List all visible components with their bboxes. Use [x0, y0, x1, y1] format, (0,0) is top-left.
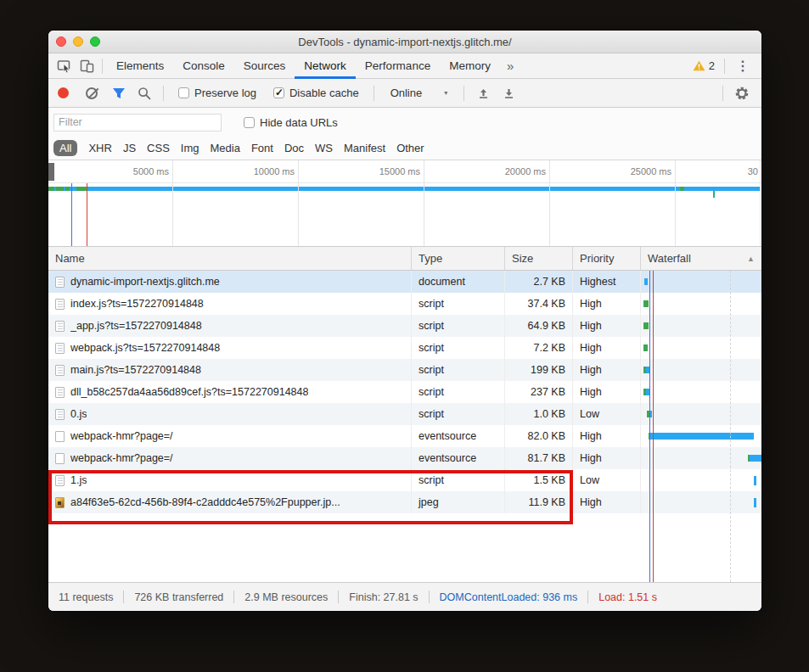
request-size-cell: 2.7 KB — [505, 271, 573, 293]
request-size-cell: 7.2 KB — [505, 337, 573, 359]
throttling-dropdown[interactable]: Online ▾ — [390, 87, 448, 99]
request-size-cell: 64.9 KB — [505, 315, 573, 337]
tab-performance[interactable]: Performance — [356, 53, 440, 79]
hide-data-urls-checkbox[interactable]: ✓ — [244, 117, 255, 128]
tab-console[interactable]: Console — [173, 53, 234, 79]
script-file-icon — [55, 475, 65, 486]
filter-funnel-icon[interactable] — [108, 82, 130, 104]
export-har-icon[interactable] — [497, 82, 520, 104]
more-tabs-icon[interactable]: » — [500, 59, 520, 73]
request-priority-cell: High — [573, 491, 641, 513]
table-row[interactable]: _app.js?ts=1572270914848 script 64.9 KB … — [48, 315, 761, 337]
divider — [163, 86, 164, 101]
request-name-cell: dll_b58c257da4aa56d89cef.js?ts=157227091… — [48, 381, 412, 403]
divider — [374, 86, 374, 101]
divider — [463, 86, 464, 101]
request-priority-cell: High — [573, 293, 641, 315]
table-row[interactable]: main.js?ts=1572270914848 script 199 KB H… — [48, 359, 761, 381]
request-type-cell: eventsource — [412, 425, 505, 447]
table-row[interactable]: webpack-hmr?page=/ eventsource 81.7 KB H… — [48, 447, 761, 469]
chip-js[interactable]: JS — [123, 142, 136, 154]
document-file-icon — [55, 277, 65, 288]
request-size-cell: 1.0 KB — [505, 403, 573, 425]
request-waterfall-cell — [641, 359, 761, 381]
column-header-size[interactable]: Size — [505, 247, 573, 270]
table-row[interactable]: a84f63e5-62cd-456b-89f4-c2adddc4e575%2Fp… — [48, 491, 761, 513]
chip-other[interactable]: Other — [396, 142, 424, 154]
request-waterfall-cell — [641, 315, 761, 337]
chip-manifest[interactable]: Manifest — [344, 142, 385, 154]
request-waterfall-cell — [641, 403, 761, 425]
table-row[interactable]: index.js?ts=1572270914848 script 37.4 KB… — [48, 293, 761, 315]
table-row[interactable]: 0.js script 1.0 KB Low — [48, 403, 761, 425]
column-header-name[interactable]: Name — [48, 247, 412, 270]
table-header: Name Type Size Priority Waterfall ▲ — [48, 246, 761, 271]
request-size-cell: 81.7 KB — [505, 447, 573, 469]
divider — [233, 591, 234, 603]
network-overview[interactable] — [48, 183, 761, 246]
resources-size: 2.9 MB resources — [244, 591, 328, 603]
titlebar: DevTools - dynamic-import-nextjs.glitch.… — [48, 31, 761, 53]
plain-file-icon — [55, 431, 65, 442]
inspect-element-icon[interactable] — [53, 55, 76, 77]
clear-network-log-icon[interactable] — [86, 87, 98, 99]
request-name-cell: webpack.js?ts=1572270914848 — [48, 337, 412, 359]
chip-img[interactable]: Img — [181, 142, 199, 154]
request-name-cell: dynamic-import-nextjs.glitch.me — [48, 271, 412, 293]
disable-cache-control: ✓ Disable cache — [273, 87, 359, 99]
request-size-cell: 82.0 KB — [505, 425, 573, 447]
request-type-cell: script — [412, 381, 505, 403]
tab-network[interactable]: Network — [295, 53, 356, 79]
chip-all[interactable]: All — [53, 140, 77, 156]
column-header-waterfall[interactable]: Waterfall ▲ — [641, 247, 761, 270]
request-priority-cell: High — [573, 337, 641, 359]
preserve-log-checkbox[interactable]: ✓ — [178, 87, 189, 98]
request-waterfall-cell — [641, 447, 761, 469]
tab-memory[interactable]: Memory — [440, 53, 500, 79]
filter-input[interactable] — [53, 114, 222, 132]
request-type-cell: script — [412, 469, 505, 491]
request-priority-cell: High — [573, 425, 641, 447]
request-priority-cell: Highest — [573, 271, 641, 293]
chip-xhr[interactable]: XHR — [88, 142, 111, 154]
chip-css[interactable]: CSS — [147, 142, 170, 154]
chip-doc[interactable]: Doc — [284, 142, 304, 154]
search-icon[interactable] — [133, 82, 155, 104]
tab-sources[interactable]: Sources — [234, 53, 295, 79]
table-row[interactable]: dll_b58c257da4aa56d89cef.js?ts=157227091… — [48, 381, 761, 403]
minimize-window-button[interactable] — [73, 36, 83, 47]
desktop-background: DevTools - dynamic-import-nextjs.glitch.… — [0, 0, 809, 672]
chip-media[interactable]: Media — [210, 142, 239, 154]
divider — [123, 591, 124, 603]
preserve-log-control: ✓ Preserve log — [178, 87, 256, 99]
devtools-tab-bar: Elements Console Sources Network Perform… — [48, 53, 761, 79]
disable-cache-checkbox[interactable]: ✓ — [273, 87, 284, 98]
network-status-bar: 11 requests 726 KB transferred 2.9 MB re… — [48, 582, 761, 611]
request-type-cell: script — [412, 293, 505, 315]
table-row[interactable]: webpack-hmr?page=/ eventsource 82.0 KB H… — [48, 425, 761, 447]
table-row[interactable]: 1.js script 1.5 KB Low — [48, 469, 761, 491]
import-har-icon[interactable] — [472, 82, 494, 104]
tab-elements[interactable]: Elements — [107, 53, 173, 79]
request-priority-cell: Low — [573, 403, 641, 425]
kebab-menu-icon[interactable]: ⋮ — [729, 58, 756, 74]
issues-warning-badge[interactable]: 2 — [688, 59, 720, 72]
column-header-type[interactable]: Type — [412, 247, 505, 270]
request-name-cell: _app.js?ts=1572270914848 — [48, 315, 412, 337]
table-row[interactable]: dynamic-import-nextjs.glitch.me document… — [48, 271, 761, 293]
table-row[interactable]: webpack.js?ts=1572270914848 script 7.2 K… — [48, 337, 761, 359]
settings-gear-icon[interactable] — [731, 82, 753, 104]
divider — [338, 591, 339, 603]
zoom-window-button[interactable] — [90, 36, 100, 47]
window-title: DevTools - dynamic-import-nextjs.glitch.… — [48, 36, 761, 48]
chip-font[interactable]: Font — [251, 142, 273, 154]
close-window-button[interactable] — [56, 36, 66, 47]
overview-grip[interactable] — [48, 163, 54, 181]
finish-time: Finish: 27.81 s — [349, 591, 418, 603]
chip-ws[interactable]: WS — [315, 142, 333, 154]
record-network-log-button[interactable] — [58, 87, 69, 98]
device-toolbar-icon[interactable] — [76, 55, 98, 77]
script-file-icon — [55, 343, 65, 354]
divider — [102, 59, 103, 74]
column-header-priority[interactable]: Priority — [573, 247, 641, 270]
